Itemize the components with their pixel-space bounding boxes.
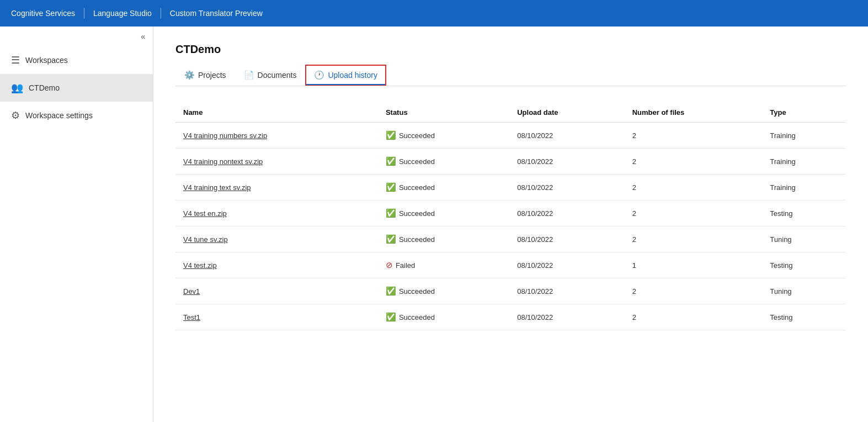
table-row: V4 test en.zip✅Succeeded08/10/20222Testi…: [175, 201, 846, 226]
sidebar-label-ctdemo: CTDemo: [29, 83, 60, 92]
cell-type: Training: [762, 123, 846, 149]
tab-bar: ⚙️ Projects 📄 Documents 🕐 Upload history: [175, 65, 846, 86]
cell-status: ✅Succeeded: [378, 149, 509, 175]
cell-name[interactable]: Test1: [175, 304, 378, 330]
col-header-type: Type: [762, 103, 846, 123]
check-circle-icon: ✅: [386, 312, 396, 322]
status-text: Succeeded: [399, 235, 435, 244]
cell-num-files: 2: [625, 123, 763, 149]
sidebar-label-workspaces: Workspaces: [25, 56, 68, 65]
status-text: Succeeded: [399, 157, 435, 166]
check-circle-icon: ✅: [386, 286, 396, 296]
cell-num-files: 2: [625, 175, 763, 201]
status-text: Succeeded: [399, 131, 435, 140]
table-row: V4 training text sv.zip✅Succeeded08/10/2…: [175, 175, 846, 201]
cell-num-files: 2: [625, 149, 763, 175]
cell-status: ✅Succeeded: [378, 201, 509, 226]
topbar-custom-translator[interactable]: Custom Translator Preview: [170, 9, 263, 18]
page-title: CTDemo: [175, 43, 846, 56]
col-header-num-files: Number of files: [625, 103, 763, 123]
cell-name[interactable]: V4 training text sv.zip: [175, 175, 378, 201]
cell-type: Testing: [762, 252, 846, 278]
cell-type: Training: [762, 149, 846, 175]
tab-projects-label: Projects: [198, 71, 226, 80]
cell-status: ⊘Failed: [378, 252, 509, 278]
col-header-status: Status: [378, 103, 509, 123]
status-text: Succeeded: [399, 209, 435, 218]
check-circle-icon: ✅: [386, 208, 396, 218]
cell-num-files: 2: [625, 226, 763, 252]
cell-name[interactable]: V4 training numbers sv.zip: [175, 123, 378, 149]
cell-name[interactable]: V4 training nontext sv.zip: [175, 149, 378, 175]
cell-num-files: 2: [625, 201, 763, 226]
topbar-divider-2: [161, 8, 161, 19]
cell-upload-date: 08/10/2022: [509, 252, 624, 278]
table-row: V4 training numbers sv.zip✅Succeeded08/1…: [175, 123, 846, 149]
sidebar: « ☰ Workspaces 👥 CTDemo ⚙ Workspace sett…: [0, 27, 153, 422]
cell-status: ✅Succeeded: [378, 123, 509, 149]
tab-documents[interactable]: 📄 Documents: [235, 65, 306, 86]
col-header-name: Name: [175, 103, 378, 123]
cell-upload-date: 08/10/2022: [509, 304, 624, 330]
cell-type: Training: [762, 175, 846, 201]
sidebar-collapse-button[interactable]: «: [0, 27, 153, 46]
upload-history-table: Name Status Upload date Number of files …: [175, 103, 846, 330]
cell-upload-date: 08/10/2022: [509, 278, 624, 304]
sidebar-item-workspaces[interactable]: ☰ Workspaces: [0, 46, 153, 74]
cell-upload-date: 08/10/2022: [509, 123, 624, 149]
gear-icon: ⚙: [11, 109, 20, 122]
cell-num-files: 2: [625, 278, 763, 304]
cell-type: Tuning: [762, 278, 846, 304]
chevron-left-icon: «: [141, 32, 145, 41]
table-row: Test1✅Succeeded08/10/20222Testing: [175, 304, 846, 330]
cell-name[interactable]: Dev1: [175, 278, 378, 304]
cell-name[interactable]: V4 test en.zip: [175, 201, 378, 226]
table-row: V4 training nontext sv.zip✅Succeeded08/1…: [175, 149, 846, 175]
top-navigation-bar: Cognitive Services Language Studio Custo…: [0, 0, 868, 27]
sidebar-item-ctdemo[interactable]: 👥 CTDemo: [0, 74, 153, 102]
cell-name[interactable]: V4 tune sv.zip: [175, 226, 378, 252]
main-layout: « ☰ Workspaces 👥 CTDemo ⚙ Workspace sett…: [0, 27, 868, 422]
table-row: Dev1✅Succeeded08/10/20222Tuning: [175, 278, 846, 304]
sidebar-item-workspace-settings[interactable]: ⚙ Workspace settings: [0, 102, 153, 129]
documents-icon: 📄: [244, 70, 254, 80]
clock-icon: 🕐: [314, 70, 324, 80]
tab-upload-history[interactable]: 🕐 Upload history: [305, 65, 386, 86]
cell-upload-date: 08/10/2022: [509, 201, 624, 226]
tab-projects[interactable]: ⚙️ Projects: [175, 65, 235, 86]
status-text: Succeeded: [399, 313, 435, 321]
cell-name[interactable]: V4 test.zip: [175, 252, 378, 278]
table-row: V4 test.zip⊘Failed08/10/20221Testing: [175, 252, 846, 278]
col-header-upload-date: Upload date: [509, 103, 624, 123]
sidebar-label-workspace-settings: Workspace settings: [25, 111, 93, 120]
tab-documents-label: Documents: [258, 71, 297, 80]
status-text: Succeeded: [399, 287, 435, 296]
topbar-divider-1: [84, 8, 84, 19]
projects-icon: ⚙️: [184, 70, 195, 80]
check-circle-icon: ✅: [386, 234, 396, 244]
error-circle-icon: ⊘: [386, 260, 393, 270]
cell-status: ✅Succeeded: [378, 278, 509, 304]
cell-type: Testing: [762, 201, 846, 226]
check-circle-icon: ✅: [386, 156, 396, 166]
topbar-cognitive-services[interactable]: Cognitive Services: [11, 9, 75, 18]
check-circle-icon: ✅: [386, 130, 396, 140]
cell-upload-date: 08/10/2022: [509, 226, 624, 252]
content-area: CTDemo ⚙️ Projects 📄 Documents 🕐 Upload …: [153, 27, 868, 422]
cell-status: ✅Succeeded: [378, 175, 509, 201]
cell-status: ✅Succeeded: [378, 304, 509, 330]
cell-num-files: 1: [625, 252, 763, 278]
cell-upload-date: 08/10/2022: [509, 175, 624, 201]
cell-type: Testing: [762, 304, 846, 330]
status-text: Succeeded: [399, 183, 435, 192]
tab-upload-history-label: Upload history: [328, 71, 377, 80]
cell-status: ✅Succeeded: [378, 226, 509, 252]
topbar-language-studio[interactable]: Language Studio: [93, 9, 152, 18]
cell-num-files: 2: [625, 304, 763, 330]
table-row: V4 tune sv.zip✅Succeeded08/10/20222Tunin…: [175, 226, 846, 252]
users-icon: 👥: [11, 82, 23, 94]
menu-icon: ☰: [11, 54, 20, 66]
cell-upload-date: 08/10/2022: [509, 149, 624, 175]
check-circle-icon: ✅: [386, 182, 396, 192]
cell-type: Tuning: [762, 226, 846, 252]
